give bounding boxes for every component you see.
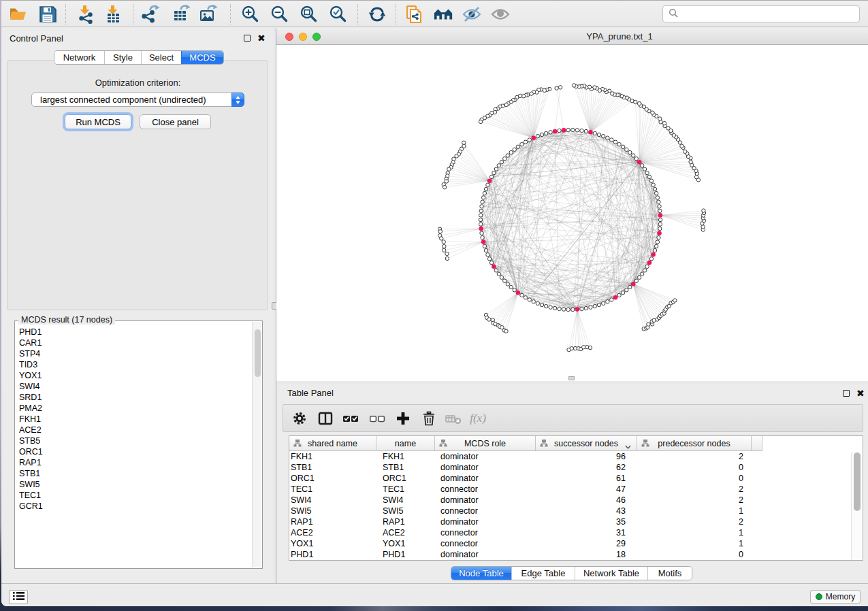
table-panel: Table Panel ✖ f(x) shared namenameMCDS r… bbox=[276, 384, 868, 583]
mcds-result-group: PHD1CAR1STP4TID3YOX1SWI4SRD1PMA2FKH1ACE2… bbox=[14, 320, 263, 569]
canvas-splitter-grabber[interactable] bbox=[568, 376, 575, 380]
tab-node-table[interactable]: Node Table bbox=[451, 567, 511, 580]
mcds-result-item[interactable]: SWI4 bbox=[16, 381, 253, 392]
tab-motifs[interactable]: Motifs bbox=[647, 567, 692, 580]
import-table-icon[interactable] bbox=[103, 5, 123, 24]
table-cell: FKH1 bbox=[289, 451, 376, 462]
table-scroll-thumb[interactable] bbox=[854, 452, 861, 511]
table-row[interactable]: SWI5SWI5connector431 bbox=[289, 506, 848, 516]
table-panel-tabs: Node TableEdge TableNetwork TableMotifs bbox=[451, 566, 692, 580]
delete-table-icon[interactable] bbox=[444, 410, 463, 427]
status-bar: Memory bbox=[1, 583, 868, 606]
control-panel: Control Panel ✖ NetworkStyleSelectMCDS O… bbox=[1, 28, 274, 583]
close-panel-icon[interactable]: ✖ bbox=[257, 33, 266, 42]
deselect-all-icon[interactable] bbox=[368, 410, 387, 427]
zoom-in-icon[interactable] bbox=[240, 5, 261, 24]
table-row[interactable]: SWI4SWI4dominator462 bbox=[289, 495, 848, 506]
mcds-result-item[interactable]: STP4 bbox=[16, 348, 253, 359]
memory-button[interactable]: Memory bbox=[810, 590, 861, 604]
table-cell: dominator bbox=[435, 549, 536, 560]
hide-selected-icon[interactable] bbox=[462, 5, 482, 24]
mcds-result-item[interactable]: FKH1 bbox=[16, 414, 253, 425]
mcds-result-item[interactable]: GCR1 bbox=[16, 501, 253, 512]
add-column-icon[interactable] bbox=[393, 410, 413, 427]
import-network-icon[interactable] bbox=[75, 5, 95, 24]
table-cell: RAP1 bbox=[289, 516, 376, 527]
mcds-result-item[interactable]: ORC1 bbox=[16, 446, 253, 457]
toolbar-separator bbox=[65, 4, 66, 24]
zoom-fit-icon[interactable] bbox=[299, 5, 319, 24]
table-row[interactable]: PHD1PHD1dominator180 bbox=[289, 549, 848, 560]
select-stepper-icon bbox=[231, 93, 244, 107]
network-canvas[interactable] bbox=[276, 45, 868, 381]
table-row[interactable]: STB1STB1dominator620 bbox=[289, 462, 848, 473]
column-header-name[interactable]: name bbox=[376, 436, 435, 450]
table-row[interactable]: YOX1YOX1connector291 bbox=[289, 538, 848, 549]
network-window-titlebar[interactable]: YPA_prune.txt_1 bbox=[276, 28, 868, 45]
mcds-result-item[interactable]: YOX1 bbox=[16, 370, 253, 381]
table-row[interactable]: TEC1TEC1connector472 bbox=[289, 484, 848, 495]
mcds-result-item[interactable]: TID3 bbox=[16, 359, 253, 370]
close-panel-button[interactable]: Close panel bbox=[140, 114, 211, 129]
table-cell: YOX1 bbox=[289, 538, 376, 549]
mcds-result-item[interactable]: STB1 bbox=[16, 468, 253, 479]
search-input[interactable] bbox=[681, 10, 859, 19]
zoom-selected-icon[interactable] bbox=[328, 5, 349, 24]
mcds-list-scroll-thumb[interactable] bbox=[255, 329, 261, 377]
table-body: FKH1FKH1dominator962STB1STB1dominator620… bbox=[289, 451, 848, 560]
table-row[interactable]: RAP1RAP1dominator352 bbox=[289, 516, 848, 527]
toolbar-separator bbox=[357, 4, 358, 24]
table-toolbar: f(x) bbox=[283, 404, 863, 432]
open-session-icon[interactable] bbox=[7, 5, 28, 24]
duplicate-network-icon[interactable] bbox=[404, 5, 425, 24]
select-all-icon[interactable] bbox=[341, 410, 360, 427]
tab-network[interactable]: Network bbox=[54, 51, 104, 64]
tab-mcds[interactable]: MCDS bbox=[181, 51, 223, 64]
mcds-result-item[interactable]: RAP1 bbox=[16, 457, 253, 468]
settings-icon[interactable] bbox=[290, 410, 309, 427]
columns-icon[interactable] bbox=[316, 410, 335, 427]
mcds-result-item[interactable]: STB5 bbox=[16, 435, 253, 446]
table-row[interactable]: ACE2ACE2connector311 bbox=[289, 527, 848, 538]
run-mcds-button[interactable]: Run MCDS bbox=[65, 114, 131, 129]
mcds-result-item[interactable]: PHD1 bbox=[16, 327, 253, 337]
mcds-result-list[interactable]: PHD1CAR1STP4TID3YOX1SWI4SRD1PMA2FKH1ACE2… bbox=[16, 327, 253, 567]
mcds-result-item[interactable]: CAR1 bbox=[16, 337, 253, 348]
close-table-panel-icon[interactable]: ✖ bbox=[856, 389, 865, 397]
table-scrollbar[interactable] bbox=[851, 452, 861, 560]
column-header-shared-name[interactable]: shared name bbox=[289, 436, 376, 450]
table-row[interactable]: ORC1ORC1dominator610 bbox=[289, 473, 848, 484]
apply-layout-icon[interactable] bbox=[367, 5, 387, 24]
float-panel-icon[interactable] bbox=[244, 33, 253, 42]
export-table-icon[interactable] bbox=[172, 5, 192, 24]
mcds-result-item[interactable]: SWI5 bbox=[16, 479, 253, 490]
attribute-type-icon bbox=[540, 440, 548, 449]
export-image-icon[interactable] bbox=[199, 5, 219, 24]
float-table-panel-icon[interactable] bbox=[843, 389, 852, 397]
zoom-out-icon[interactable] bbox=[270, 5, 290, 24]
table-row[interactable]: FKH1FKH1dominator962 bbox=[289, 451, 848, 462]
first-neighbors-icon[interactable] bbox=[433, 5, 453, 24]
export-network-icon[interactable] bbox=[141, 5, 161, 24]
save-session-icon[interactable] bbox=[37, 5, 58, 24]
criterion-select[interactable]: largest connected component (undirected) bbox=[31, 93, 244, 107]
tab-network-table[interactable]: Network Table bbox=[575, 567, 647, 580]
delete-icon[interactable] bbox=[419, 410, 438, 427]
mcds-list-scrollbar[interactable] bbox=[252, 322, 261, 567]
column-header-successor-nodes[interactable]: successor nodes bbox=[536, 436, 637, 450]
tab-style[interactable]: Style bbox=[104, 51, 141, 64]
toolbar-separator bbox=[133, 4, 133, 24]
column-header-predecessor-nodes[interactable]: predecessor nodes bbox=[637, 436, 752, 450]
toolbar-separator bbox=[230, 4, 231, 24]
mcds-result-item[interactable]: ACE2 bbox=[16, 425, 253, 435]
mcds-result-item[interactable]: PMA2 bbox=[16, 403, 253, 414]
search-input-wrap bbox=[662, 5, 860, 22]
mcds-result-item[interactable]: TEC1 bbox=[16, 490, 253, 501]
mcds-result-item[interactable]: SRD1 bbox=[16, 392, 253, 403]
tab-select[interactable]: Select bbox=[141, 51, 181, 64]
tab-edge-table[interactable]: Edge Table bbox=[511, 567, 575, 580]
table-cell: 96 bbox=[536, 451, 637, 462]
show-all-icon[interactable] bbox=[490, 5, 511, 24]
column-header-MCDS-role[interactable]: MCDS role bbox=[435, 436, 536, 450]
task-history-button[interactable] bbox=[9, 590, 28, 604]
